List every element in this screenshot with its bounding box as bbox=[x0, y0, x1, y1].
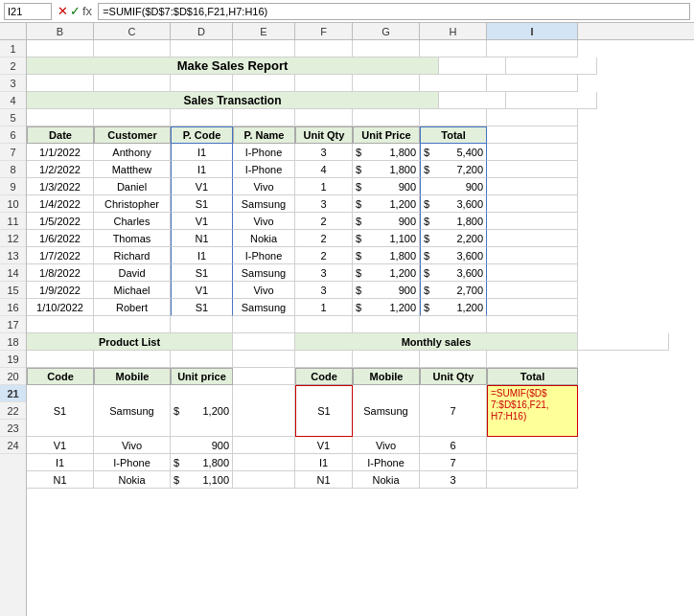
prod-r4-price[interactable]: $1,100 bbox=[171, 471, 233, 489]
cell-b15[interactable]: 1/9/2022 bbox=[27, 282, 94, 299]
cell-g14[interactable]: $1,200 bbox=[353, 264, 420, 282]
cell-i16[interactable] bbox=[487, 299, 578, 316]
cell-g12[interactable]: $1,100 bbox=[353, 230, 420, 247]
cell-d16[interactable]: S1 bbox=[171, 299, 233, 316]
cell-c10[interactable]: Christopher bbox=[94, 195, 171, 213]
cell-e8[interactable]: I-Phone bbox=[233, 161, 295, 178]
cell-reference-box[interactable] bbox=[4, 3, 52, 20]
monthly-r2-qty[interactable]: 6 bbox=[420, 437, 487, 454]
cell-h16[interactable]: $1,200 bbox=[420, 299, 487, 316]
header-unit-qty[interactable]: Unit Qty bbox=[295, 126, 353, 144]
col-header-d[interactable]: D bbox=[171, 23, 233, 39]
cell-e23[interactable] bbox=[233, 454, 295, 471]
monthly-r4-mobile[interactable]: Nokia bbox=[353, 471, 420, 489]
header-total[interactable]: Total bbox=[420, 126, 487, 144]
cell-i18[interactable] bbox=[578, 333, 669, 351]
cell-e1[interactable] bbox=[233, 40, 295, 57]
cell-b19[interactable] bbox=[27, 351, 94, 368]
cell-e21[interactable] bbox=[233, 385, 295, 437]
row-19[interactable]: 19 bbox=[0, 351, 26, 368]
cell-g9[interactable]: $900 bbox=[353, 178, 420, 195]
cell-h15[interactable]: $2,700 bbox=[420, 282, 487, 299]
cell-d9[interactable]: V1 bbox=[171, 178, 233, 195]
cell-c5[interactable] bbox=[94, 109, 171, 126]
prod-r3-price[interactable]: $1,800 bbox=[171, 454, 233, 471]
cell-c13[interactable]: Richard bbox=[94, 247, 171, 264]
cell-i12[interactable] bbox=[487, 230, 578, 247]
cell-d14[interactable]: S1 bbox=[171, 264, 233, 282]
cell-e7-pname[interactable]: I-Phone bbox=[233, 144, 295, 161]
cell-g11[interactable]: $900 bbox=[353, 213, 420, 230]
col-header-g[interactable]: G bbox=[353, 23, 420, 39]
cell-d10[interactable]: S1 bbox=[171, 195, 233, 213]
monthly-r3-mobile[interactable]: I-Phone bbox=[353, 454, 420, 471]
prod-r2-price[interactable]: 900 bbox=[171, 437, 233, 454]
cell-f7-qty[interactable]: 3 bbox=[295, 144, 353, 161]
cell-b10[interactable]: 1/4/2022 bbox=[27, 195, 94, 213]
col-header-b[interactable]: B bbox=[27, 23, 94, 39]
cell-c1[interactable] bbox=[94, 40, 171, 57]
cell-f8[interactable]: 4 bbox=[295, 161, 353, 178]
cell-h11[interactable]: $1,800 bbox=[420, 213, 487, 230]
cell-g15[interactable]: $900 bbox=[353, 282, 420, 299]
cell-d11[interactable]: V1 bbox=[171, 213, 233, 230]
cell-i15[interactable] bbox=[487, 282, 578, 299]
row-14[interactable]: 14 bbox=[0, 264, 26, 282]
formula-input[interactable] bbox=[98, 3, 690, 20]
prod-r3-code[interactable]: I1 bbox=[27, 454, 94, 471]
cell-h14[interactable]: $3,600 bbox=[420, 264, 487, 282]
cell-e19[interactable] bbox=[233, 351, 295, 368]
cell-f12[interactable]: 2 bbox=[295, 230, 353, 247]
cell-f16[interactable]: 1 bbox=[295, 299, 353, 316]
row-6[interactable]: 6 bbox=[0, 126, 26, 144]
cell-b1[interactable] bbox=[27, 40, 94, 57]
cell-g1[interactable] bbox=[353, 40, 420, 57]
row-16[interactable]: 16 bbox=[0, 299, 26, 316]
cell-i8[interactable] bbox=[487, 161, 578, 178]
cell-b11[interactable]: 1/5/2022 bbox=[27, 213, 94, 230]
cell-h17[interactable] bbox=[420, 316, 487, 333]
monthly-r3-code[interactable]: I1 bbox=[295, 454, 353, 471]
row-5[interactable]: 5 bbox=[0, 109, 26, 126]
monthly-r2-mobile[interactable]: Vivo bbox=[353, 437, 420, 454]
cell-c3[interactable] bbox=[94, 75, 171, 92]
cell-h10[interactable]: $3,600 bbox=[420, 195, 487, 213]
cell-d5[interactable] bbox=[171, 109, 233, 126]
cell-i2[interactable] bbox=[506, 57, 597, 75]
cell-d17[interactable] bbox=[171, 316, 233, 333]
row-18[interactable]: 18 bbox=[0, 333, 26, 351]
cell-e12[interactable]: Nokia bbox=[233, 230, 295, 247]
row-15[interactable]: 15 bbox=[0, 282, 26, 299]
prod-r1-mobile[interactable]: Samsung bbox=[94, 385, 171, 437]
cell-product-list-title[interactable]: Product List bbox=[27, 333, 233, 351]
cell-b12[interactable]: 1/6/2022 bbox=[27, 230, 94, 247]
monthly-r4-total[interactable] bbox=[487, 471, 578, 489]
row-7[interactable]: 7 bbox=[0, 144, 26, 161]
cell-g5[interactable] bbox=[353, 109, 420, 126]
confirm-icon[interactable]: ✓ bbox=[70, 4, 81, 18]
cell-h1[interactable] bbox=[420, 40, 487, 57]
cell-g17[interactable] bbox=[353, 316, 420, 333]
cell-b7-date[interactable]: 1/1/2022 bbox=[27, 144, 94, 161]
cell-f13[interactable]: 2 bbox=[295, 247, 353, 264]
cell-i5[interactable] bbox=[487, 109, 578, 126]
cell-e15[interactable]: Vivo bbox=[233, 282, 295, 299]
cell-f19[interactable] bbox=[295, 351, 353, 368]
cell-d13[interactable]: I1 bbox=[171, 247, 233, 264]
cell-i1[interactable] bbox=[487, 40, 578, 57]
cell-h3[interactable] bbox=[420, 75, 487, 92]
cell-f17[interactable] bbox=[295, 316, 353, 333]
row-4[interactable]: 4 bbox=[0, 92, 26, 109]
prod-r1-code[interactable]: S1 bbox=[27, 385, 94, 437]
monthly-r2-code[interactable]: V1 bbox=[295, 437, 353, 454]
cell-e20[interactable] bbox=[233, 368, 295, 385]
monthly-r3-total[interactable] bbox=[487, 454, 578, 471]
row-22[interactable]: 22 bbox=[0, 402, 26, 420]
cell-title-make-sales[interactable]: Make Sales Report bbox=[27, 57, 439, 75]
col-header-c[interactable]: C bbox=[94, 23, 171, 39]
prod-r2-code[interactable]: V1 bbox=[27, 437, 94, 454]
fx-icon[interactable]: fx bbox=[82, 4, 92, 18]
monthly-header-qty[interactable]: Unit Qty bbox=[420, 368, 487, 385]
prod-header-code[interactable]: Code bbox=[27, 368, 94, 385]
cell-b5[interactable] bbox=[27, 109, 94, 126]
